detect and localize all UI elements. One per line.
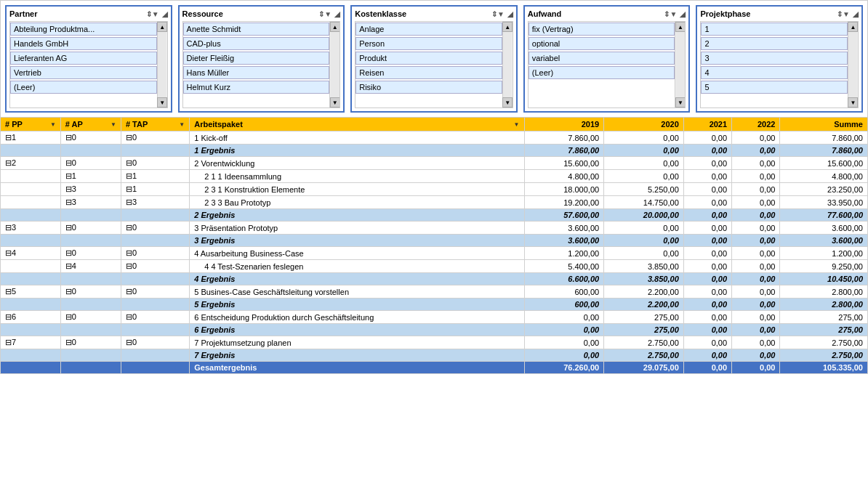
filter-item[interactable]: Abteilung Produktma... [10, 23, 157, 36]
ap-cell: ⊟0 [60, 131, 121, 145]
filter-icons-ressource: ⇕▼◢ [318, 10, 340, 18]
scroll-down-btn[interactable]: ▼ [157, 97, 167, 107]
sum-cell: 1.200,00 [780, 247, 868, 260]
col-header-wrapper: Arbeitspaket▼ [194, 120, 519, 129]
pp-cell [1, 183, 61, 196]
col-dropdown-btn[interactable]: ▼ [50, 121, 56, 128]
filter-item[interactable]: optional [529, 37, 675, 50]
filter-icons-partner: ⇕▼◢ [146, 10, 168, 18]
sum-cell: 2.750,00 [780, 336, 868, 349]
filter-item[interactable]: Vertrieb [10, 66, 157, 79]
tap-cell [121, 362, 189, 374]
sum-cell: 9.250,00 [780, 260, 868, 273]
sum-cell: 2.750,00 [780, 349, 868, 362]
filter-item[interactable]: CAD-plus [183, 37, 330, 50]
sort-icon[interactable]: ⇕▼ [146, 10, 159, 18]
filter-item[interactable]: Hans Müller [183, 66, 330, 79]
filter-panel-ressource: Ressource⇕▼◢Anette SchmidtCAD-plusDieter… [178, 5, 345, 113]
col-label: # TAP [126, 120, 148, 129]
filter-item[interactable]: 3 [701, 52, 848, 65]
y2021-cell: 0,00 [683, 299, 731, 311]
ap-cell: ⊟3 [60, 196, 121, 209]
sort-icon[interactable]: ⇕▼ [318, 10, 331, 18]
y2019-cell: 7.860,00 [524, 145, 604, 157]
scroll-up-btn[interactable]: ▲ [157, 22, 167, 32]
y2022-cell: 0,00 [732, 170, 780, 183]
filter-scrollbar-aufwand[interactable]: ▲▼ [675, 22, 685, 107]
filter-title-projektphase: Projektphase [700, 9, 750, 18]
y2019-cell: 18.000,00 [524, 183, 604, 196]
filter-item[interactable]: Anlage [355, 23, 502, 36]
filter-list-kostenklasse: AnlagePersonProduktReisenRisiko▲▼ [355, 21, 513, 108]
filter-item[interactable]: Lieferanten AG [10, 52, 157, 65]
desc-cell: Gesamtergebnis [190, 362, 524, 374]
sort-icon[interactable]: ⇕▼ [491, 10, 505, 18]
ap-cell [60, 235, 121, 247]
table-row: ⊟3⊟12 3 1 Konstruktion Elemente18.000,00… [1, 183, 868, 196]
filter-items-projektphase: 12345 [701, 22, 848, 107]
filter-item[interactable]: Person [355, 37, 502, 50]
scroll-up-btn[interactable]: ▲ [848, 22, 858, 32]
filter-funnel-icon[interactable]: ◢ [162, 10, 168, 18]
filter-item[interactable]: 2 [701, 37, 848, 50]
filter-funnel-icon[interactable]: ◢ [334, 10, 340, 18]
table-row: ⊟1⊟12 1 1 Ideensammlung4.800,000,000,000… [1, 170, 868, 183]
filter-scrollbar-partner[interactable]: ▲▼ [157, 22, 167, 107]
table-row: ⊟4⊟04 4 Test-Szenarien feslegen5.400,003… [1, 260, 868, 273]
filter-item[interactable]: Helmut Kurz [183, 81, 330, 94]
col-dropdown-btn[interactable]: ▼ [179, 121, 185, 128]
col-header-wrapper: # TAP▼ [126, 120, 185, 129]
filter-item[interactable]: variabel [529, 52, 675, 65]
filter-list-inner-aufwand: fix (Vertrag)optionalvariabel(Leer)▲▼ [529, 22, 686, 107]
scroll-up-btn[interactable]: ▲ [675, 22, 686, 32]
col-label: # PP [5, 120, 23, 129]
filter-funnel-icon[interactable]: ◢ [680, 10, 686, 18]
desc-cell: 3 Präsentation Prototyp [190, 222, 524, 235]
filter-item[interactable]: 1 [701, 23, 848, 36]
col-dropdown-btn[interactable]: ▼ [514, 121, 520, 128]
y2019-cell: 76.260,00 [524, 362, 604, 374]
filter-item[interactable]: Anette Schmidt [183, 23, 330, 36]
filter-list-ressource: Anette SchmidtCAD-plusDieter FleißigHans… [182, 21, 341, 108]
filter-item[interactable]: fix (Vertrag) [529, 23, 675, 36]
scroll-up-btn[interactable]: ▲ [330, 22, 340, 32]
col-dropdown-btn[interactable]: ▼ [110, 121, 116, 128]
filter-items-aufwand: fix (Vertrag)optionalvariabel(Leer) [529, 22, 675, 107]
filter-scrollbar-ressource[interactable]: ▲▼ [329, 22, 339, 107]
filter-scrollbar-kostenklasse[interactable]: ▲▼ [502, 22, 513, 107]
filter-item[interactable]: Produkt [355, 52, 502, 65]
scroll-down-btn[interactable]: ▼ [675, 97, 686, 107]
y2019-cell: 0,00 [524, 349, 604, 362]
filter-funnel-icon[interactable]: ◢ [507, 10, 513, 18]
tap-cell [121, 235, 189, 247]
scroll-down-btn[interactable]: ▼ [502, 97, 513, 107]
filter-item[interactable]: 4 [701, 66, 848, 79]
filter-item[interactable]: Handels GmbH [10, 37, 157, 50]
filter-item[interactable]: Dieter Fleißig [183, 52, 330, 65]
y2022-cell: 0,00 [732, 273, 780, 285]
desc-cell: 4 Ausarbeitung Business-Case [190, 247, 524, 260]
pp-cell [1, 209, 61, 222]
tap-cell: ⊟0 [121, 285, 189, 299]
scroll-track [848, 32, 857, 97]
table-row: Gesamtergebnis76.260,0029.075,000,000,00… [1, 362, 868, 374]
filter-item[interactable]: Reisen [355, 66, 502, 79]
scroll-down-btn[interactable]: ▼ [330, 97, 340, 107]
scroll-down-btn[interactable]: ▼ [848, 97, 858, 107]
filter-funnel-icon[interactable]: ◢ [853, 10, 859, 18]
scroll-up-btn[interactable]: ▲ [502, 22, 513, 32]
tap-cell [121, 145, 189, 157]
tap-cell: ⊟0 [121, 222, 189, 235]
y2020-cell: 20.000,00 [604, 209, 684, 222]
sort-icon[interactable]: ⇕▼ [664, 10, 677, 18]
filter-scrollbar-projektphase[interactable]: ▲▼ [848, 22, 858, 107]
y2022-cell: 0,00 [732, 222, 780, 235]
filter-item[interactable]: (Leer) [529, 66, 675, 79]
y2021-cell: 0,00 [683, 273, 731, 285]
filter-item[interactable]: 5 [701, 81, 848, 94]
y2021-cell: 0,00 [683, 131, 731, 145]
filter-item[interactable]: (Leer) [10, 81, 157, 94]
scroll-track [331, 32, 339, 97]
filter-item[interactable]: Risiko [355, 81, 502, 94]
sort-icon[interactable]: ⇕▼ [837, 10, 850, 18]
